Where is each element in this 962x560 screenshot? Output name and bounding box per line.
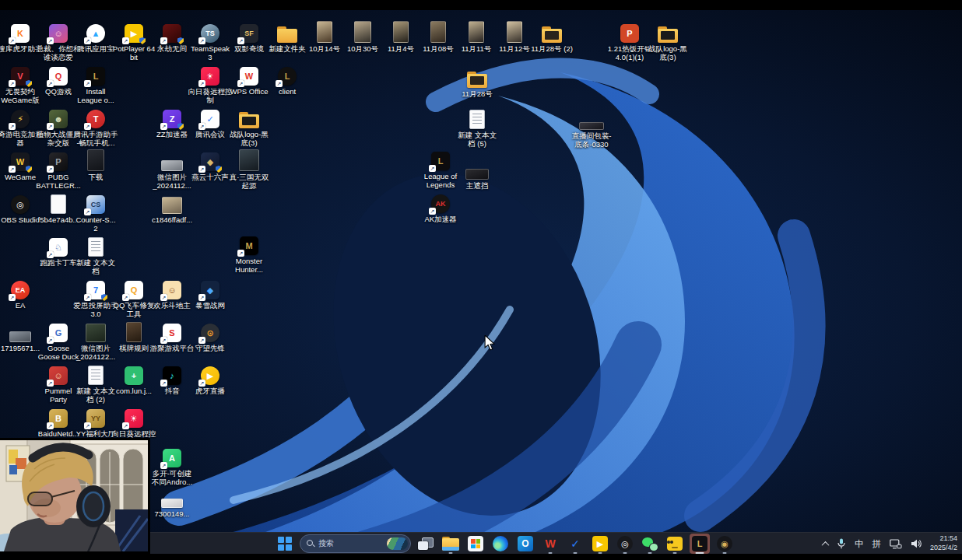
shortcut-arrow-icon: ↗ xyxy=(160,380,167,387)
wps-office-icon: W xyxy=(545,538,555,549)
shortcut-arrow-icon: ↗ xyxy=(198,166,205,173)
webcam-overlay xyxy=(0,438,150,554)
yellow-robot-app-button[interactable] xyxy=(665,534,685,554)
taskbar-center-group: 搜索 OW✓▶◎L◉ xyxy=(275,533,735,555)
desktop-icon[interactable]: 新建 文本文 档 (5) xyxy=(452,107,502,149)
microphone-tray-icon[interactable] xyxy=(837,538,846,549)
desktop-icon[interactable]: 11月28号 (2) xyxy=(527,21,577,53)
desktop-icon-label: 10月14号 xyxy=(309,44,340,53)
desktop-icon[interactable]: ⊙↗守望先锋 xyxy=(185,320,235,352)
desktop-icon[interactable]: 下载 xyxy=(71,149,121,181)
desktop-icon-label: 腾讯手游助手 -畅玩手机... xyxy=(74,130,118,148)
desktop-icon[interactable]: 直播间包装- 底条-0330 xyxy=(567,108,616,149)
volume-tray-icon[interactable] xyxy=(911,539,922,548)
desktop-icon[interactable]: 11月28号 xyxy=(452,66,502,98)
wechat-button[interactable] xyxy=(640,534,660,554)
clock-time: 21:54 xyxy=(930,534,957,544)
uac-shield-icon xyxy=(216,166,222,173)
desktop-icon-glyph: W↗ xyxy=(11,149,30,171)
wps-office-button[interactable]: W xyxy=(540,534,560,554)
taskbar-clock[interactable]: 21:54 2025/4/2 xyxy=(930,534,957,552)
desktop-icon[interactable]: ◆↗暴雪战网 xyxy=(185,278,235,310)
desktop-icon-glyph: L↗ xyxy=(86,64,105,86)
wechat-icon xyxy=(642,537,658,551)
desktop-icon-label: Counter-S... 2 xyxy=(75,215,115,233)
network-tray-icon[interactable] xyxy=(890,539,902,549)
tray-chevron-up-icon[interactable] xyxy=(822,541,830,548)
desktop-icon-glyph: ☺↗ xyxy=(49,21,68,43)
outlook-button[interactable]: O xyxy=(515,534,535,554)
desktop-icon[interactable]: L↗client xyxy=(262,64,312,96)
desktop-icon[interactable]: T↗腾讯手游助手 -畅玩手机... xyxy=(71,107,121,148)
desktop-icon-glyph xyxy=(126,320,142,342)
shortcut-arrow-icon: ↗ xyxy=(276,80,283,87)
desktop-icon-label: 直播间包装- 底条-0330 xyxy=(572,131,612,149)
desktop-icon[interactable]: 战队logo-黑 底(3) xyxy=(643,21,693,62)
ime-pinyin-indicator[interactable]: 拼 xyxy=(872,538,881,550)
desktop-icon[interactable]: 7300149... xyxy=(147,486,197,518)
desktop-icon[interactable]: EA↗EA xyxy=(0,278,45,310)
desktop-icon-glyph xyxy=(469,21,484,43)
outlook-icon: O xyxy=(518,536,533,551)
desktop-icon[interactable]: 真·三国无双 起源 xyxy=(224,149,274,191)
desktop-icon-glyph: YY↗ xyxy=(86,406,105,428)
league-client-icon: ◉ xyxy=(717,536,732,551)
league-client-button[interactable]: ◉ xyxy=(714,534,735,554)
desktop-icon-glyph: T↗ xyxy=(86,107,105,128)
league-of-legends-button[interactable]: L xyxy=(690,534,710,554)
desktop-icon-glyph: ☻↗ xyxy=(49,107,68,128)
start-button[interactable] xyxy=(275,534,295,554)
task-view-button[interactable] xyxy=(416,534,436,554)
league-of-legends-icon: L xyxy=(692,536,707,551)
desktop-icon-glyph: TS↗ xyxy=(201,21,219,43)
desktop-icon-glyph xyxy=(467,66,487,88)
desktop-icon-glyph: ♘↗ xyxy=(49,235,68,257)
desktop-icon[interactable]: L↗Install League o... xyxy=(71,64,121,105)
desktop-icon-glyph: ☀↗ xyxy=(201,64,219,86)
potplayer-button[interactable]: ▶ xyxy=(590,534,610,554)
desktop-icon-label: 11月28号 xyxy=(462,89,492,98)
shortcut-arrow-icon: ↗ xyxy=(9,37,16,44)
desktop-icon-label: c1846ffadf... xyxy=(152,215,192,224)
desktop-icon[interactable]: 战队logo-黑 底(3) xyxy=(224,107,274,148)
desktop-icon[interactable]: 新建 文本文 档 xyxy=(71,235,121,276)
desktop-icon[interactable]: 主遮挡 xyxy=(452,158,502,190)
shortcut-arrow-icon: ↗ xyxy=(237,250,244,257)
search-highlight-thumbnail[interactable] xyxy=(387,537,408,550)
search-input[interactable]: 搜索 xyxy=(300,534,411,553)
desktop-icon-label: client xyxy=(279,87,296,96)
desktop-icon[interactable]: ▶↗虎牙直播 xyxy=(185,363,235,395)
ime-chinese-indicator[interactable]: 中 xyxy=(855,538,864,550)
desktop-icon-glyph xyxy=(465,158,489,180)
desktop-icon-glyph: ◆↗ xyxy=(201,278,219,299)
desktop-icon[interactable]: CS↗Counter-S... 2 xyxy=(71,192,121,233)
obs-studio-button[interactable]: ◎ xyxy=(615,534,635,554)
desktop-icon-glyph xyxy=(239,149,259,171)
desktop-icon-glyph: G↗ xyxy=(49,320,68,342)
desktop-icon-glyph: Z↗ xyxy=(163,107,181,128)
shortcut-arrow-icon: ↗ xyxy=(160,337,167,344)
desktop-icon-glyph: ▶↗ xyxy=(201,363,219,385)
desktop-icon-label: 11月28号 (2) xyxy=(531,44,573,53)
desktop-icon-glyph xyxy=(579,108,604,130)
desktop-icon-glyph: K↗ xyxy=(11,21,30,43)
desktop-icon[interactable]: c1846ffadf... xyxy=(147,192,197,224)
desktop-icon-glyph: AK↗ xyxy=(431,191,450,213)
desktop-icon-label: 10月30号 xyxy=(347,44,378,53)
tencent-meeting-button[interactable]: ✓ xyxy=(565,534,585,554)
desktop-icon[interactable]: A↗多开-可创建 不同Andro... xyxy=(147,446,197,487)
microsoft-store-button[interactable] xyxy=(465,534,486,554)
desktop-icon-glyph: 7↗ xyxy=(86,278,105,299)
microsoft-store-icon xyxy=(468,536,483,551)
shortcut-arrow-icon: ↗ xyxy=(47,251,54,258)
desktop-icon-label: ZZ加速器 xyxy=(156,130,188,138)
desktop-icon[interactable]: AK↗AK加速器 xyxy=(416,191,465,223)
desktop-icon-glyph xyxy=(507,21,522,43)
desktop-icon[interactable]: M↗Monster Hunter... xyxy=(224,233,274,275)
edge-browser-button[interactable] xyxy=(490,534,511,554)
desktop-icon-glyph: V↗ xyxy=(11,64,30,86)
desktop-icon-label: 棋牌规则 xyxy=(119,344,149,352)
desktop-icon-label: 腾讯会议 xyxy=(195,130,225,138)
desktop-icon-label: 守望先锋 xyxy=(195,344,225,352)
file-explorer-button[interactable] xyxy=(441,534,461,554)
